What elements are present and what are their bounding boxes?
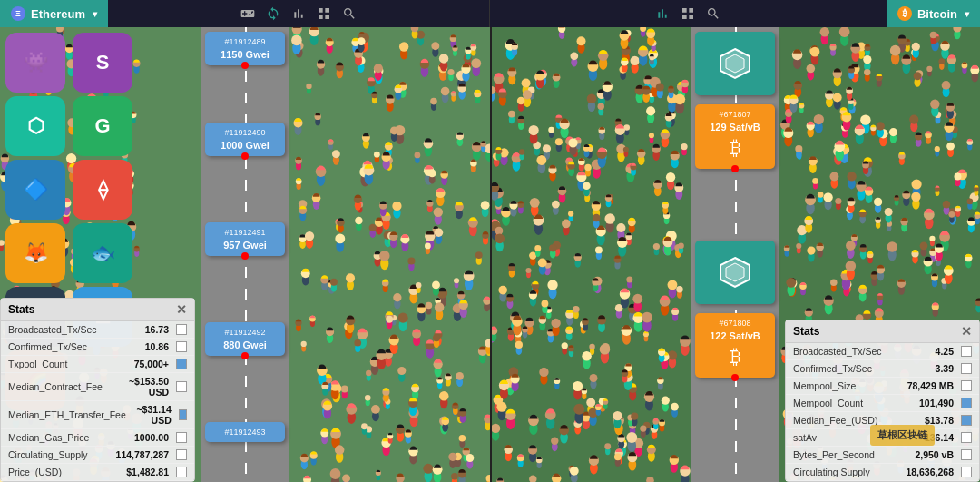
btc-stat-row-1: Confirmed_Tx/Sec 3.39	[786, 360, 979, 378]
btc-stat-check-3[interactable]	[961, 398, 972, 408]
eth-block-2[interactable]: #11912490 1000 Gwei	[205, 123, 285, 156]
eth-block-5-num: #11912493	[211, 428, 279, 437]
btc-stat-row-6: Bytes_Per_Second 2,950 vB	[786, 447, 979, 464]
btc-stat-check-2[interactable]	[961, 380, 972, 391]
app-icon-5[interactable]: 🔷	[5, 160, 65, 220]
btc-stats-header: Stats ✕	[786, 320, 979, 343]
eth-stat-value-0: 16.73	[145, 324, 169, 335]
btc-visualization: #671807 129 Sat/vB ₿ #671808 122 Sat/vB …	[490, 27, 980, 482]
btc-tab[interactable]: ₿ Bitcoin ▾	[887, 0, 980, 27]
app-icon-4[interactable]: G	[73, 96, 132, 156]
eth-icon: Ξ	[11, 6, 25, 21]
btc-stat-check-5[interactable]	[961, 432, 972, 443]
app-icon-1[interactable]: 👾	[5, 33, 65, 93]
eth-block-1-fee: 1150 Gwei	[211, 49, 279, 60]
eth-stat-row-6: Circulating_Supply 114,787,287	[1, 447, 194, 464]
eth-stats-panel: Stats ✕ Broadcasted_Tx/Sec 16.73 Confirm…	[0, 298, 195, 482]
btc-nav-icons	[490, 0, 887, 27]
btc-stat-check-6[interactable]	[961, 449, 972, 460]
btc-stat-label-7: Circulating Supply	[793, 467, 902, 477]
btc-stat-value-6: 2,950 vB	[915, 449, 954, 460]
eth-stat-label-3: Median_Contract_Fee	[8, 381, 103, 392]
eth-nav-icons	[108, 0, 489, 27]
btc-stat-row-2: Mempool_Size 78,429 MB	[786, 378, 979, 395]
eth-chart-icon[interactable]	[289, 5, 308, 23]
btc-stat-row-0: Broadcasted_Tx/Sec 4.25	[786, 343, 979, 360]
eth-stat-row-3: Median_Contract_Fee ~$153.50 USD	[1, 373, 194, 401]
eth-stat-label-2: Txpool_Count	[8, 359, 131, 369]
eth-stat-check-0[interactable]	[176, 324, 187, 335]
eth-stat-value-1: 10.86	[145, 341, 169, 352]
eth-block-3[interactable]: #11912491 957 Gwei	[205, 222, 285, 256]
eth-game-icon[interactable]	[239, 5, 257, 23]
eth-block-2-num: #11912490	[211, 128, 279, 137]
top-bar: Ξ Ethereum ▾	[0, 0, 980, 27]
eth-stat-value-6: 114,787,287	[116, 449, 169, 460]
btc-stat-value-7: 18,636,268	[906, 467, 954, 477]
eth-block-1[interactable]: #11912489 1150 Gwei	[205, 32, 285, 65]
eth-visualization: 👾 S ⬡ G 🔷 ⟠ 🦊 🐟 ⬛ ⊞ 🌈 #11912489 1150 Gwe…	[0, 27, 490, 482]
eth-stat-value-3: ~$153.50 USD	[106, 376, 169, 398]
eth-refresh-icon[interactable]	[264, 5, 282, 23]
btc-block-2-num: #671808	[701, 319, 769, 328]
btc-block-1-num: #671807	[701, 110, 769, 119]
btc-stat-value-1: 3.39	[936, 363, 954, 374]
eth-stat-check-7[interactable]	[176, 467, 187, 477]
btc-block-1-fee: 129 Sat/vB	[701, 122, 769, 133]
btc-search-icon[interactable]	[704, 5, 722, 23]
svg-marker-3	[726, 263, 744, 281]
btc-chart-icon[interactable]	[653, 5, 671, 23]
eth-stat-row-1: Confirmed_Tx/Sec 10.86	[1, 339, 194, 356]
btc-block-2-fee: 122 Sat/vB	[701, 330, 769, 341]
eth-stat-check-4[interactable]	[179, 409, 187, 420]
eth-stat-check-1[interactable]	[176, 341, 187, 352]
eth-tab[interactable]: Ξ Ethereum ▾	[0, 0, 108, 27]
eth-label: Ethereum	[31, 7, 85, 21]
eth-stat-label-6: Circulating_Supply	[8, 449, 113, 460]
btc-teal-block-2[interactable]	[695, 241, 775, 304]
btc-stat-value-3: 101,490	[919, 398, 954, 408]
btc-stats-panel: Stats ✕ Broadcasted_Tx/Sec 4.25 Confirme…	[785, 320, 980, 482]
app-icon-8[interactable]: 🐟	[73, 223, 132, 283]
app-icon-2[interactable]: S	[73, 33, 132, 93]
app-icon-3[interactable]: ⬡	[5, 96, 65, 156]
eth-block-4[interactable]: #11912492 880 Gwei	[205, 322, 285, 356]
btc-icon: ₿	[897, 6, 912, 21]
eth-stat-row-5: Median_Gas_Price 1000.00	[1, 429, 194, 447]
eth-stat-check-5[interactable]	[176, 432, 187, 443]
eth-stat-label-5: Median_Gas_Price	[8, 432, 131, 443]
app-icon-7[interactable]: 🦊	[5, 223, 65, 283]
btc-grid-icon[interactable]	[679, 5, 697, 23]
eth-stats-close[interactable]: ✕	[176, 302, 187, 317]
btc-stat-check-7[interactable]	[961, 467, 972, 477]
eth-stat-check-2[interactable]	[176, 359, 187, 369]
btc-stat-label-6: Bytes_Per_Second	[793, 449, 911, 460]
eth-block-1-num: #11912489	[211, 37, 279, 46]
eth-chevron: ▾	[93, 9, 97, 19]
btc-stat-check-4[interactable]	[961, 415, 972, 426]
eth-stat-check-3[interactable]	[176, 381, 187, 392]
btc-teal-block-1[interactable]	[695, 32, 775, 95]
btc-stats-title: Stats	[793, 325, 819, 338]
btc-stats-close[interactable]: ✕	[961, 324, 972, 339]
eth-stat-label-1: Confirmed_Tx/Sec	[8, 341, 142, 352]
btc-stat-label-1: Confirmed_Tx/Sec	[793, 363, 932, 374]
eth-grid-icon[interactable]	[315, 5, 333, 23]
svg-marker-1	[726, 54, 744, 73]
eth-block-3-num: #11912491	[211, 228, 279, 237]
btc-stat-label-3: Mempool_Count	[793, 398, 916, 408]
eth-stat-row-4: Median_ETH_Transfer_Fee ~$31.14 USD	[1, 401, 194, 429]
eth-stat-value-2: 75,000+	[134, 359, 169, 369]
app-icon-6[interactable]: ⟠	[73, 160, 132, 220]
btc-stat-value-2: 78,429 MB	[907, 380, 954, 391]
btc-block-1[interactable]: #671807 129 Sat/vB ₿	[695, 104, 775, 169]
btc-block-2[interactable]: #671808 122 Sat/vB ₿	[695, 313, 775, 378]
eth-search-icon[interactable]	[340, 5, 358, 23]
eth-stat-row-2: Txpool_Count 75,000+	[1, 356, 194, 373]
eth-stat-check-6[interactable]	[176, 449, 187, 460]
btc-stat-check-1[interactable]	[961, 363, 972, 374]
btc-chevron: ▾	[965, 9, 969, 19]
eth-block-5[interactable]: #11912493	[205, 422, 285, 442]
btc-stat-check-0[interactable]	[961, 346, 972, 357]
eth-stat-label-4: Median_ETH_Transfer_Fee	[8, 409, 126, 420]
